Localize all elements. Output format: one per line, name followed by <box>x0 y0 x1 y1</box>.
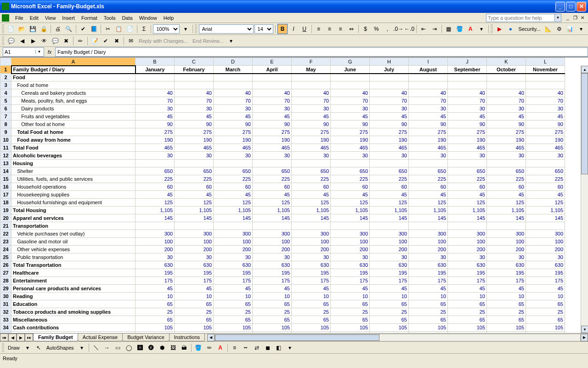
cell-H9[interactable]: 275 <box>370 128 409 136</box>
cell-D7[interactable]: 45 <box>214 113 253 121</box>
cell-E18[interactable]: 125 <box>253 199 292 207</box>
cell-H11[interactable]: 465 <box>370 144 409 152</box>
cell-A21[interactable]: Transportation <box>11 222 136 230</box>
cell-B22[interactable]: 300 <box>136 230 175 238</box>
cell-A4[interactable]: Cereals and bakery products <box>11 89 136 97</box>
select-objects-icon[interactable]: ↖ <box>34 343 44 353</box>
cell-D20[interactable]: 145 <box>214 214 253 222</box>
cell-K11[interactable]: 465 <box>487 144 526 152</box>
cell-F5[interactable]: 70 <box>292 97 331 105</box>
row-header-33[interactable]: 33 <box>0 316 11 324</box>
security-toolbar-handle[interactable] <box>491 24 493 34</box>
cell-F27[interactable]: 195 <box>292 269 331 277</box>
cell-K30[interactable]: 10 <box>487 293 526 300</box>
track-changes-button[interactable]: 📝 <box>90 36 100 46</box>
cell-E34[interactable]: 105 <box>253 324 292 332</box>
cell-H13[interactable] <box>370 160 409 167</box>
row-header-10[interactable]: 10 <box>0 136 11 144</box>
name-box-input[interactable] <box>3 49 35 55</box>
cell-E12[interactable]: 30 <box>253 152 292 160</box>
underline-button[interactable]: U <box>300 24 310 34</box>
cell-E2[interactable] <box>253 74 292 81</box>
cell-B17[interactable]: 45 <box>136 191 175 199</box>
cell-K5[interactable]: 70 <box>487 97 526 105</box>
cell-L13[interactable] <box>526 160 565 167</box>
cell-D30[interactable]: 10 <box>214 293 253 300</box>
cell-H33[interactable]: 65 <box>370 316 409 324</box>
cell-C24[interactable]: 200 <box>175 246 214 253</box>
cell-K26[interactable]: 630 <box>487 261 526 269</box>
row-header-5[interactable]: 5 <box>0 97 11 105</box>
cell-A33[interactable]: Miscellaneous <box>11 316 136 324</box>
cell-L23[interactable]: 100 <box>526 238 565 246</box>
align-center-button[interactable]: ≡ <box>324 24 334 34</box>
cell-L21[interactable] <box>526 222 565 230</box>
cell-D23[interactable]: 100 <box>214 238 253 246</box>
cell-A22[interactable]: Vehicle purchases (net outlay) <box>11 230 136 238</box>
cell-K28[interactable]: 175 <box>487 277 526 285</box>
line-style-icon[interactable]: ≡ <box>230 343 240 353</box>
col-header-I[interactable]: I <box>409 58 448 66</box>
row-header-18[interactable]: 18 <box>0 199 11 207</box>
col-header-H[interactable]: H <box>370 58 409 66</box>
cell-J14[interactable]: 650 <box>448 167 487 175</box>
cell-A7[interactable]: Fruits and vegetables <box>11 113 136 121</box>
cell-B3[interactable] <box>136 81 175 89</box>
cell-month-4[interactable]: May <box>292 66 331 74</box>
cell-J2[interactable] <box>448 74 487 81</box>
cell-E6[interactable]: 30 <box>253 105 292 113</box>
cell-B33[interactable]: 65 <box>136 316 175 324</box>
row-header-31[interactable]: 31 <box>0 300 11 308</box>
cell-B24[interactable]: 200 <box>136 246 175 253</box>
print-button[interactable]: 🖨 <box>53 24 63 34</box>
cell-B2[interactable] <box>136 74 175 81</box>
cell-F30[interactable]: 10 <box>292 293 331 300</box>
cell-H24[interactable]: 200 <box>370 246 409 253</box>
3d-icon[interactable]: ◧ <box>274 343 284 353</box>
row-header-14[interactable]: 14 <box>0 167 11 175</box>
reject-change-button[interactable]: ✖ <box>112 36 122 46</box>
cell-E8[interactable]: 90 <box>253 121 292 128</box>
cell-I20[interactable]: 145 <box>409 214 448 222</box>
cell-F3[interactable] <box>292 81 331 89</box>
cell-I29[interactable]: 45 <box>409 285 448 293</box>
cell-K12[interactable]: 30 <box>487 152 526 160</box>
cell-J4[interactable]: 40 <box>448 89 487 97</box>
new-comment-button[interactable]: 💬 <box>6 36 16 46</box>
sheet-tab-family-budget[interactable]: Family Budget <box>33 334 78 341</box>
cell-G32[interactable]: 25 <box>331 308 370 316</box>
scroll-down-icon[interactable]: ▼ <box>581 326 588 333</box>
row-header-20[interactable]: 20 <box>0 214 11 222</box>
cell-C29[interactable]: 45 <box>175 285 214 293</box>
cell-G35[interactable] <box>331 332 370 334</box>
cell-F20[interactable]: 145 <box>292 214 331 222</box>
cell-B5[interactable]: 70 <box>136 97 175 105</box>
cell-E13[interactable] <box>253 160 292 167</box>
cell-A6[interactable]: Dairy products <box>11 105 136 113</box>
menu-help[interactable]: Help <box>160 14 177 22</box>
cell-D27[interactable]: 195 <box>214 269 253 277</box>
cell-F34[interactable]: 105 <box>292 324 331 332</box>
row-header-16[interactable]: 16 <box>0 183 11 191</box>
end-review-button[interactable]: End Review... <box>191 38 225 44</box>
cell-L19[interactable]: 1,105 <box>526 207 565 214</box>
scroll-left-icon[interactable]: ◀ <box>207 334 215 341</box>
review-toolbar-handle[interactable] <box>2 36 4 46</box>
cell-D32[interactable]: 25 <box>214 308 253 316</box>
cell-E17[interactable]: 45 <box>253 191 292 199</box>
cell-G25[interactable]: 30 <box>331 253 370 261</box>
draw-dropdown-icon[interactable]: ▾ <box>23 343 33 353</box>
vertical-scrollbar[interactable]: ▲ ▼ <box>581 66 588 333</box>
col-header-A[interactable]: A <box>11 58 136 66</box>
cell-month-0[interactable]: January <box>136 66 175 74</box>
cell-F21[interactable] <box>292 222 331 230</box>
cell-K8[interactable]: 90 <box>487 121 526 128</box>
cell-E4[interactable]: 40 <box>253 89 292 97</box>
cell-B19[interactable]: 1,105 <box>136 207 175 214</box>
cell-K15[interactable]: 225 <box>487 175 526 183</box>
cell-K24[interactable]: 200 <box>487 246 526 253</box>
cell-E27[interactable]: 195 <box>253 269 292 277</box>
security-toolbar-options-icon[interactable]: ▾ <box>576 24 586 34</box>
cell-B26[interactable]: 630 <box>136 261 175 269</box>
fx-icon[interactable]: fx <box>44 49 55 55</box>
